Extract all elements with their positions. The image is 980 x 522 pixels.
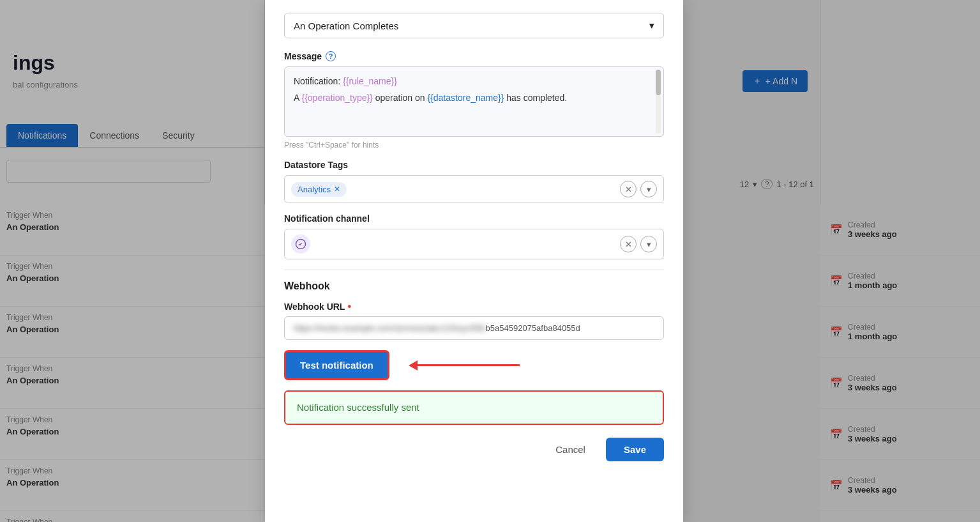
save-button[interactable]: Save [606, 438, 664, 461]
scrollbar-thumb [656, 70, 661, 95]
message-line-1: Notification: {{rule_name}} [294, 76, 654, 86]
message-var-rule-name: {{rule_name}} [343, 76, 397, 86]
success-notification-box: Notification successfully sent [284, 390, 664, 425]
tag-close-icon[interactable]: ✕ [334, 185, 340, 194]
tags-actions: ✕ ▾ [620, 181, 657, 197]
webhook-divider [284, 270, 664, 270]
url-blurred-part: https://hooks.example.com/services/abc12… [294, 323, 486, 333]
chevron-down-icon: ▾ [649, 20, 654, 31]
modal-footer: Cancel Save [284, 438, 664, 461]
message-suffix: has completed. [504, 93, 567, 103]
message-box[interactable]: Notification: {{rule_name}} A {{operatio… [284, 66, 664, 137]
chevron-down-icon[interactable]: ▾ [640, 181, 657, 197]
clear-channel-icon[interactable]: ✕ [620, 236, 637, 252]
channel-chevron-icon[interactable]: ▾ [640, 236, 657, 252]
notification-modal: An Operation Completes ▾ Message ? Notif… [265, 0, 683, 522]
trigger-value: An Operation Completes [294, 20, 398, 31]
message-line-2: A {{operation_type}} operation on {{data… [294, 93, 654, 103]
arrow-head-icon [409, 360, 418, 371]
url-visible-part: b5a54592075afba84055d [486, 323, 580, 333]
channel-icon [291, 234, 310, 254]
message-mid: operation on [373, 93, 428, 103]
scrollbar-track[interactable] [656, 70, 661, 134]
webhook-url-label: Webhook URL • [284, 301, 664, 312]
test-notification-container: Test notification [284, 350, 664, 380]
clear-tags-icon[interactable]: ✕ [620, 181, 637, 197]
datastore-tags-label: Datastore Tags [284, 160, 664, 170]
trigger-dropdown[interactable]: An Operation Completes ▾ [284, 13, 664, 38]
tag-label: Analytics [298, 185, 331, 194]
message-section-label: Message ? [284, 51, 664, 61]
test-notification-button[interactable]: Test notification [284, 350, 389, 380]
message-var-ds-name: {{datastore_name}} [427, 93, 504, 103]
arrow-line [418, 364, 520, 366]
cancel-button[interactable]: Cancel [544, 438, 597, 461]
message-help-icon[interactable]: ? [326, 51, 336, 61]
notification-channel-label: Notification channel [284, 213, 664, 224]
message-a: A [294, 93, 301, 103]
message-prefix-1: Notification: [294, 76, 343, 86]
datastore-tags-input[interactable]: Analytics ✕ ✕ ▾ [284, 175, 664, 203]
message-var-op-type: {{operation_type}} [301, 93, 372, 103]
success-message: Notification successfully sent [297, 402, 419, 413]
required-indicator: • [347, 301, 351, 312]
notification-channel-input[interactable]: ✕ ▾ [284, 229, 664, 259]
analytics-tag: Analytics ✕ [291, 182, 347, 197]
channel-actions: ✕ ▾ [620, 236, 657, 252]
webhook-section-title: Webhook [284, 280, 664, 292]
webhook-url-input[interactable]: https://hooks.example.com/services/abc12… [284, 316, 664, 340]
arrow-indicator [409, 360, 520, 371]
message-hint: Press "Ctrl+Space" for hints [284, 141, 664, 150]
